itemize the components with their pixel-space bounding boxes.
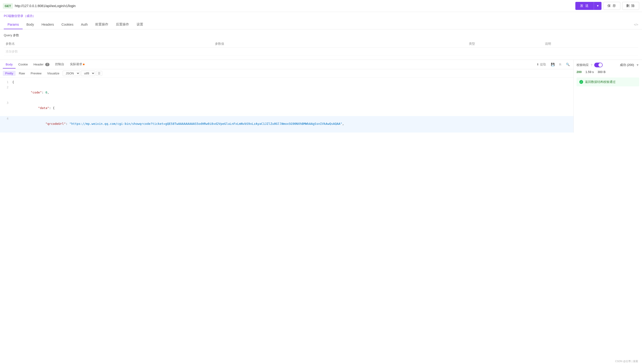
stat-size: 300 B — [598, 70, 606, 74]
stat-time: 1.59 s — [586, 70, 594, 74]
resp-tab-actual[interactable]: 实际请求 — [67, 60, 87, 69]
line-num-4: 4 — [2, 116, 8, 132]
extract-icon: ⬇ — [536, 63, 539, 66]
code-line-4: 4 "qrcodeUrl": "https://mp.weixin.qq.com… — [0, 116, 574, 132]
params-section-title: Query 参数 — [4, 33, 638, 38]
download-icon: 💾 — [551, 63, 555, 66]
line-content-3: "data": { — [12, 100, 572, 116]
verify-label: 校验响应 — [576, 63, 589, 67]
method-badge: GET — [3, 3, 13, 9]
copy-icon: ⎘ — [559, 63, 561, 66]
tab-auth[interactable]: Auth — [77, 20, 92, 29]
response-tabs-row: Body Cookie Header 7 控制台 实际请求 ⬇ 提取 💾 ⎘ — [0, 60, 574, 69]
line-num-5: 5 — [2, 132, 8, 132]
format-tab-visualize[interactable]: Visualize — [45, 71, 62, 76]
format-bar: Pretty Raw Preview Visualize JSON XML HT… — [0, 69, 574, 78]
json-format-select[interactable]: JSON XML HTML Text — [63, 71, 80, 76]
params-section: Query 参数 参数名 参数值 类型 说明 添加参数 — [0, 30, 642, 60]
format-tab-preview[interactable]: Preview — [28, 71, 44, 76]
resp-tab-body[interactable]: Body — [3, 61, 16, 68]
encoding-select[interactable]: utf8 gbk — [81, 71, 95, 76]
verify-row: 校验响应 ? 成功 (200) ▼ — [576, 63, 639, 67]
line-content-4: "qrcodeUrl": "https://mp.weixin.qq.com/c… — [12, 116, 572, 132]
response-left: Body Cookie Header 7 控制台 实际请求 ⬇ 提取 💾 ⎘ — [0, 60, 574, 132]
resp-tab-console[interactable]: 控制台 — [52, 60, 67, 69]
check-icon: ✓ — [579, 80, 583, 84]
line-content-1: { — [12, 80, 572, 85]
add-param-cell[interactable]: 添加参数 — [4, 48, 638, 56]
params-table: 参数名 参数值 类型 说明 添加参数 — [4, 40, 638, 56]
tab-body[interactable]: Body — [22, 20, 38, 29]
top-bar: GET 发 送 ▼ 保 存 删 除 — [0, 0, 642, 12]
url-input[interactable] — [15, 4, 574, 8]
extract-button[interactable]: ⬇ 提取 — [536, 62, 547, 67]
verify-success-panel: ✓ 返回数据结构校验通过 — [576, 78, 639, 86]
code-line-3: 3 "data": { — [0, 100, 574, 116]
tab-settings[interactable]: 设置 — [133, 20, 147, 30]
col-header-name: 参数名 — [4, 40, 213, 48]
copy-button[interactable]: ⎘ — [558, 62, 562, 67]
send-btn-group: 发 送 ▼ — [575, 2, 602, 10]
stats-row: 200 1.59 s 300 B — [576, 70, 639, 74]
help-icon: ? — [591, 63, 592, 67]
format-tab-pretty[interactable]: Pretty — [3, 71, 16, 76]
code-area: 1 { 2 "code": 0, 3 "data": { 4 "qrco — [0, 78, 574, 132]
resp-tab-cookie[interactable]: Cookie — [16, 61, 30, 68]
header-badge: 7 — [45, 63, 50, 66]
format-tab-raw[interactable]: Raw — [16, 71, 27, 76]
title-row: PC端微信登录（成功） — [0, 12, 642, 20]
code-line-2: 2 "code": 0, — [0, 85, 574, 100]
save-button[interactable]: 保 存 — [604, 2, 620, 10]
code-line-1: 1 { — [0, 80, 574, 85]
request-tabs-row: Params Body Headers Cookies Auth 前置操作 后置… — [0, 20, 642, 30]
code-line-5: 5 "ticket": "gQE58TwAAAAAAAAAS5odHRw0i8v… — [0, 132, 574, 132]
add-param-row[interactable]: 添加参数 — [4, 48, 638, 56]
download-button[interactable]: 💾 — [550, 62, 556, 67]
line-num-1: 1 — [2, 80, 8, 85]
line-num-2: 2 — [2, 85, 8, 100]
line-num-3: 3 — [2, 100, 8, 116]
actual-request-dot — [83, 64, 84, 65]
send-button[interactable]: 发 送 — [575, 2, 594, 10]
response-toolbar: ⬇ 提取 💾 ⎘ 🔍 — [536, 62, 571, 67]
search-icon: 🔍 — [566, 63, 570, 66]
resp-tab-header[interactable]: Header 7 — [30, 61, 52, 68]
tab-post-op[interactable]: 后置操作 — [112, 20, 133, 30]
extract-label: 提取 — [540, 62, 546, 67]
send-dropdown-button[interactable]: ▼ — [594, 2, 602, 10]
verify-result-text: 返回数据结构校验通过 — [585, 80, 616, 84]
verify-toggle[interactable] — [594, 63, 603, 67]
tab-headers[interactable]: Headers — [38, 20, 58, 29]
chevron-down-icon[interactable]: ▼ — [636, 63, 639, 67]
success-label: 成功 (200) — [620, 63, 634, 67]
tab-cookies[interactable]: Cookies — [58, 20, 77, 29]
col-header-type: 类型 — [467, 40, 543, 48]
tab-params[interactable]: Params — [4, 20, 22, 29]
col-header-value: 参数值 — [213, 40, 467, 48]
line-content-2: "code": 0, — [12, 85, 572, 100]
delete-button[interactable]: 删 除 — [622, 2, 639, 10]
stat-code: 200 — [576, 70, 582, 74]
bottom-section: Body Cookie Header 7 控制台 实际请求 ⬇ 提取 💾 ⎘ — [0, 60, 642, 132]
tab-pre-op[interactable]: 前置操作 — [92, 20, 112, 30]
search-button[interactable]: 🔍 — [565, 62, 571, 67]
format-align-icon[interactable]: ☰ — [96, 71, 102, 76]
request-title: PC端微信登录（成功） — [4, 14, 36, 18]
col-header-desc: 说明 — [543, 40, 638, 48]
line-content-5: "ticket": "gQE58TwAAAAAAAAAS5odHRw0i8vd2… — [12, 132, 572, 132]
response-right-panel: 校验响应 ? 成功 (200) ▼ 200 1.59 s 300 B ✓ 返回数… — [574, 60, 642, 132]
code-toggle-icon[interactable]: </> — [634, 23, 638, 26]
